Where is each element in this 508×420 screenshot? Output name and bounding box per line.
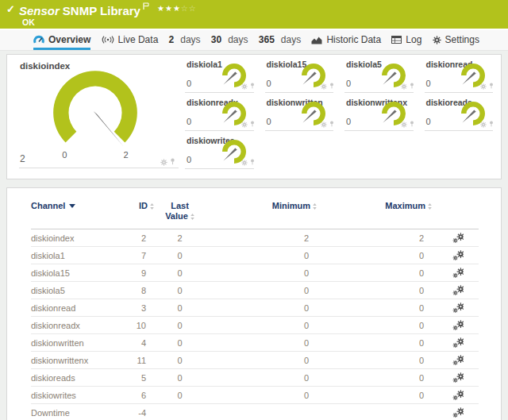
channel-last-value: 0 — [154, 282, 206, 299]
gauge-pin-icon[interactable] — [250, 121, 255, 128]
table-row[interactable]: diskioindex 2 2 2 2 — [31, 229, 479, 247]
gauge-cell: diskionwritten 0 — [262, 93, 342, 131]
channel-last-value: 0 — [154, 299, 206, 317]
table-row[interactable]: diskiowrites 6 0 0 0 — [31, 387, 479, 404]
gauge-settings-icon[interactable] — [241, 121, 248, 128]
table-row[interactable]: diskionread 3 0 0 0 — [31, 299, 479, 317]
channel-id: 7 — [130, 247, 154, 264]
gauge-settings-icon[interactable] — [401, 83, 407, 90]
channel-minimum: 0 — [206, 352, 317, 369]
channel-name: diskioindex — [31, 229, 130, 247]
channel-id: 5 — [130, 369, 154, 387]
tab-30-days[interactable]: 30days — [211, 30, 248, 50]
gauge-value: 0 — [187, 117, 191, 126]
channel-last-value: 0 — [154, 247, 206, 264]
channel-maximum: 0 — [317, 352, 432, 369]
channel-id: 11 — [130, 352, 154, 369]
channel-name: diskioreads — [31, 369, 130, 387]
gauge-settings-icon[interactable] — [160, 159, 167, 166]
channel-settings-icon[interactable] — [452, 372, 464, 383]
channel-last-value: 0 — [154, 317, 206, 334]
table-row[interactable]: diskionreadx 10 0 0 0 — [31, 317, 479, 334]
channel-maximum: 0 — [317, 317, 432, 334]
tab-live-data[interactable]: Live Data — [102, 30, 159, 50]
channel-maximum: 0 — [317, 264, 432, 282]
tab-historic-data[interactable]: Historic Data — [311, 30, 381, 50]
tab-label: Settings — [445, 34, 479, 45]
gauge-pin-icon[interactable] — [329, 83, 334, 90]
column-header-channel[interactable]: Channel — [31, 199, 130, 229]
gauge-cell: diskionreadx 0 — [182, 93, 262, 131]
gauge-settings-icon[interactable] — [321, 121, 327, 128]
channel-name: Downtime — [31, 404, 130, 420]
flag-icon[interactable] — [143, 2, 149, 10]
column-header-last-value[interactable]: LastValue — [154, 199, 206, 229]
channel-last-value: 0 — [154, 387, 206, 404]
gauge-settings-icon[interactable] — [241, 160, 248, 166]
rating-stars[interactable]: ★★★☆☆ — [157, 4, 197, 13]
channel-settings-icon[interactable] — [452, 407, 464, 418]
channel-id: 4 — [130, 334, 154, 352]
gauge-cell: diskionwrittenx 0 — [341, 93, 421, 131]
overview-gauge-icon — [33, 35, 44, 44]
table-row[interactable]: diskiola15 9 0 0 0 — [31, 264, 479, 282]
tab-settings[interactable]: Settings — [433, 30, 479, 50]
gauge-pin-icon[interactable] — [489, 83, 494, 90]
sort-icon — [190, 214, 194, 220]
table-row[interactable]: diskionwritten 4 0 0 0 — [31, 334, 479, 352]
gauge-settings-icon[interactable] — [480, 83, 487, 90]
tab-2-days[interactable]: 2days — [169, 30, 201, 50]
channel-maximum: 0 — [317, 387, 432, 404]
channel-maximum: 0 — [317, 282, 432, 299]
channel-settings-icon[interactable] — [452, 302, 464, 313]
tab-label: Historic Data — [326, 34, 381, 45]
table-row[interactable]: diskioreads 5 0 0 0 — [31, 369, 479, 387]
column-header-minimum[interactable]: Minimum — [206, 199, 317, 229]
channel-maximum: 0 — [317, 334, 432, 352]
table-row[interactable]: diskiola5 8 0 0 0 — [31, 282, 479, 299]
channel-settings-icon[interactable] — [452, 320, 464, 330]
gauge-cell: diskiola1 0 — [182, 55, 262, 93]
column-header-actions — [432, 199, 479, 229]
channel-settings-icon[interactable] — [452, 337, 464, 348]
channel-name: diskionwrittenx — [31, 352, 130, 369]
channel-last-value: 0 — [154, 264, 206, 282]
channel-name: diskionwritten — [31, 334, 130, 352]
table-row[interactable]: diskionwrittenx 11 0 0 0 — [31, 352, 479, 369]
gauge-cell: diskiola15 0 — [262, 55, 342, 93]
broadcast-icon — [102, 36, 114, 44]
tab-overview[interactable]: Overview — [33, 30, 90, 50]
gauge-pin-icon[interactable] — [329, 121, 334, 128]
gauge-cell: diskiola5 0 — [341, 55, 421, 93]
column-header-maximum[interactable]: Maximum — [317, 199, 432, 229]
gauge-pin-icon[interactable] — [410, 83, 414, 90]
channel-name: diskionread — [31, 299, 130, 317]
channel-settings-icon[interactable] — [452, 250, 464, 260]
gauge-pin-icon[interactable] — [489, 121, 494, 128]
gauge-value: 2 — [20, 153, 25, 164]
gauge-pin-icon[interactable] — [250, 159, 255, 166]
gauge-pin-icon[interactable] — [250, 83, 255, 90]
gauge-settings-icon[interactable] — [241, 83, 248, 90]
table-row[interactable]: Downtime -4 — [31, 404, 479, 420]
gauge-pin-icon[interactable] — [170, 158, 175, 166]
gauge-settings-icon[interactable] — [480, 121, 487, 128]
channel-settings-icon[interactable] — [452, 268, 464, 278]
channel-settings-icon[interactable] — [452, 355, 464, 365]
channel-settings-icon[interactable] — [452, 390, 464, 400]
channel-minimum: 2 — [206, 229, 317, 247]
table-row[interactable]: diskiola1 7 0 0 0 — [31, 247, 479, 264]
channels-table-panel: Channel ID LastValue Minimum Maximum dis… — [6, 187, 502, 420]
gauge-cell-main: diskioindex 0 2 2 — [7, 55, 182, 179]
channel-settings-icon[interactable] — [452, 233, 464, 243]
gauge-value: 0 — [267, 79, 271, 88]
column-header-id[interactable]: ID — [130, 199, 154, 229]
gauge-settings-icon[interactable] — [401, 121, 407, 128]
gauge-pin-icon[interactable] — [410, 121, 414, 128]
tab-365-days[interactable]: 365days — [259, 30, 301, 50]
gauge-settings-icon[interactable] — [321, 83, 327, 90]
tab-log[interactable]: Log — [391, 30, 421, 50]
channel-settings-icon[interactable] — [452, 285, 464, 295]
gauge-value: 0 — [346, 117, 351, 126]
channel-minimum: 0 — [206, 369, 317, 387]
